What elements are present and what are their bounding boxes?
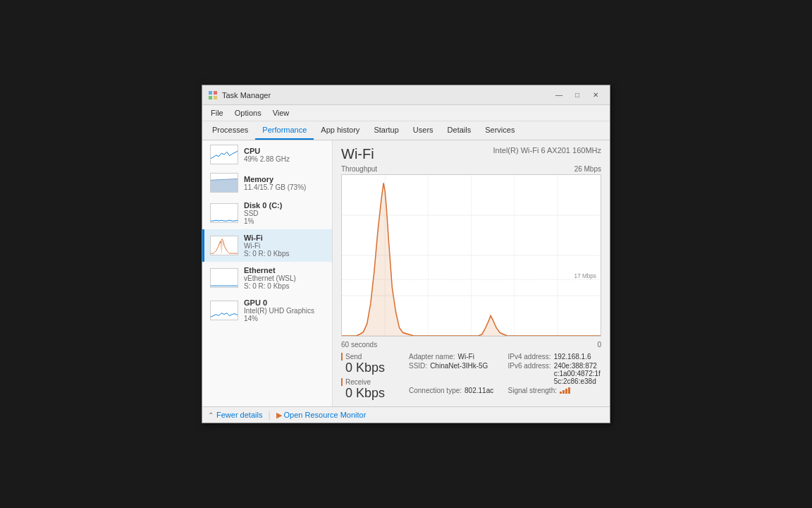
- tab-processes[interactable]: Processes: [205, 121, 255, 140]
- disk-info: Disk 0 (C:) SSD 1%: [244, 201, 326, 225]
- close-button[interactable]: ✕: [587, 89, 604, 102]
- footer-bar: ⌃ Fewer details | ▶ Open Resource Monito…: [202, 406, 610, 423]
- cpu-label: CPU: [244, 147, 326, 155]
- cpu-sublabel: 49% 2.88 GHz: [244, 155, 326, 163]
- adapter-name-val: Wi-Fi: [458, 353, 474, 361]
- sidebar-item-cpu[interactable]: CPU 49% 2.88 GHz: [202, 140, 332, 169]
- disk-sublabel2: 1%: [244, 217, 326, 225]
- send-label: Send: [341, 353, 398, 361]
- menu-view[interactable]: View: [267, 107, 295, 119]
- ethernet-info: Ethernet vEthernet (WSL) S: 0 R: 0 Kbps: [244, 266, 326, 290]
- svg-rect-1: [214, 91, 217, 95]
- throughput-label: Throughput: [341, 165, 377, 173]
- sidebar-item-gpu0[interactable]: GPU 0 Intel(R) UHD Graphics 14%: [202, 294, 332, 327]
- content-area: CPU 49% 2.88 GHz Memory 11.4/15.7 GB (73…: [202, 140, 610, 406]
- chart-y-max: 26 Mbps: [574, 165, 601, 173]
- ssid-key: SSID:: [409, 362, 427, 385]
- sidebar-item-wifi[interactable]: Wi-Fi Wi-Fi S: 0 R: 0 Kbps: [202, 229, 332, 262]
- ethernet-thumbnail: [210, 268, 238, 288]
- tab-services[interactable]: Services: [478, 121, 522, 140]
- signal-key: Signal strength:: [508, 387, 558, 395]
- throughput-chart: 17 Mbps: [341, 174, 601, 337]
- gpu-sublabel: Intel(R) UHD Graphics: [244, 307, 326, 315]
- cpu-thumbnail: [210, 145, 238, 164]
- open-resource-monitor-icon: ▶: [276, 411, 282, 420]
- wifi-label: Wi-Fi: [244, 234, 326, 242]
- chart-labels-bottom: 60 seconds 0: [341, 341, 601, 349]
- disk-sublabel: SSD: [244, 210, 326, 217]
- ipv6-row: IPv6 address: 240e:388:872c:1a00:4872:1f…: [508, 362, 602, 385]
- receive-stat: Receive 0 Kbps: [341, 378, 398, 401]
- panel-header: Wi-Fi Intel(R) Wi-Fi 6 AX201 160MHz: [341, 146, 601, 162]
- gpu-thumbnail: [210, 301, 238, 320]
- memory-thumbnail: [210, 173, 238, 193]
- tab-app-history[interactable]: App history: [314, 121, 367, 140]
- ipv6-val: 240e:388:872c:1a00:4872:1f5c:2c86:e38d: [554, 362, 601, 385]
- adapter-name-key: Adapter name:: [409, 353, 455, 361]
- footer-separator: |: [268, 410, 270, 420]
- window-controls: — □ ✕: [550, 89, 604, 102]
- connection-type-row: Connection type: 802.11ac: [409, 387, 503, 395]
- chart-x-right: 0: [597, 341, 601, 349]
- open-resource-monitor-link[interactable]: Open Resource Monitor: [284, 411, 367, 419]
- ethernet-sublabel2: S: 0 R: 0 Kbps: [244, 282, 326, 290]
- sidebar-item-ethernet[interactable]: Ethernet vEthernet (WSL) S: 0 R: 0 Kbps: [202, 262, 332, 294]
- minimize-button[interactable]: —: [550, 89, 567, 102]
- cpu-info: CPU 49% 2.88 GHz: [244, 147, 326, 163]
- memory-label: Memory: [244, 175, 326, 183]
- signal-strength-bars: [560, 387, 570, 394]
- connection-type-val: 802.11ac: [465, 387, 493, 395]
- ethernet-label: Ethernet: [244, 266, 326, 274]
- sidebar-item-memory[interactable]: Memory 11.4/15.7 GB (73%): [202, 169, 332, 197]
- gpu-info: GPU 0 Intel(R) UHD Graphics 14%: [244, 298, 326, 322]
- tab-bar: Processes Performance App history Startu…: [202, 121, 610, 140]
- signal-row: Signal strength:: [508, 387, 602, 395]
- ipv4-val: 192.168.1.6: [554, 353, 591, 361]
- tab-details[interactable]: Details: [441, 121, 479, 140]
- ipv4-row: IPv4 address: 192.168.1.6: [508, 353, 602, 361]
- wifi-thumbnail: [210, 236, 238, 255]
- svg-rect-2: [209, 96, 212, 99]
- svg-rect-3: [214, 96, 217, 99]
- ethernet-sublabel: vEthernet (WSL): [244, 274, 326, 282]
- tab-users[interactable]: Users: [406, 121, 441, 140]
- memory-info: Memory 11.4/15.7 GB (73%): [244, 175, 326, 191]
- receive-value: 0 Kbps: [341, 386, 398, 401]
- disk-thumbnail: [210, 203, 238, 223]
- menu-options[interactable]: Options: [229, 107, 267, 119]
- gpu-label: GPU 0: [244, 298, 326, 307]
- gpu-sublabel2: 14%: [244, 315, 326, 322]
- memory-sublabel: 11.4/15.7 GB (73%): [244, 183, 326, 191]
- window-title: Task Manager: [222, 91, 550, 99]
- maximize-button[interactable]: □: [569, 89, 586, 102]
- stats-and-details: Send 0 Kbps Receive 0 Kbps Adapter name:…: [341, 353, 601, 401]
- ssid-val: ChinaNet-3IHk-5G: [430, 362, 488, 385]
- adapter-name-row: Adapter name: Wi-Fi: [409, 353, 503, 361]
- sidebar-item-disk0[interactable]: Disk 0 (C:) SSD 1%: [202, 197, 332, 229]
- details-grid: Adapter name: Wi-Fi IPv4 address: 192.16…: [409, 353, 601, 401]
- svg-marker-4: [211, 179, 238, 192]
- title-bar: Task Manager — □ ✕: [202, 85, 610, 105]
- ipv4-key: IPv4 address:: [508, 353, 551, 361]
- fewer-details-link[interactable]: Fewer details: [216, 411, 262, 419]
- send-stat: Send 0 Kbps: [341, 353, 398, 375]
- wifi-sublabel: Wi-Fi: [244, 242, 326, 250]
- menu-bar: File Options View: [202, 105, 610, 121]
- disk-label: Disk 0 (C:): [244, 201, 326, 210]
- tab-performance[interactable]: Performance: [255, 121, 314, 140]
- task-manager-window: Task Manager — □ ✕ File Options View Pro…: [202, 85, 610, 423]
- wifi-sublabel2: S: 0 R: 0 Kbps: [244, 250, 326, 258]
- svg-text:17 Mbps: 17 Mbps: [574, 272, 597, 279]
- send-value: 0 Kbps: [341, 361, 398, 375]
- menu-file[interactable]: File: [205, 107, 229, 119]
- app-icon: [208, 90, 218, 100]
- signal-bars-icon: [560, 387, 570, 395]
- chart-labels-top: Throughput 26 Mbps: [341, 165, 601, 173]
- fewer-details-chevron-icon: ⌃: [208, 411, 214, 419]
- receive-label: Receive: [341, 378, 398, 386]
- main-panel: Wi-Fi Intel(R) Wi-Fi 6 AX201 160MHz Thro…: [333, 140, 610, 406]
- tab-startup[interactable]: Startup: [367, 121, 405, 140]
- panel-title: Wi-Fi: [341, 146, 374, 162]
- chart-x-left: 60 seconds: [341, 341, 377, 349]
- sidebar: CPU 49% 2.88 GHz Memory 11.4/15.7 GB (73…: [202, 140, 333, 406]
